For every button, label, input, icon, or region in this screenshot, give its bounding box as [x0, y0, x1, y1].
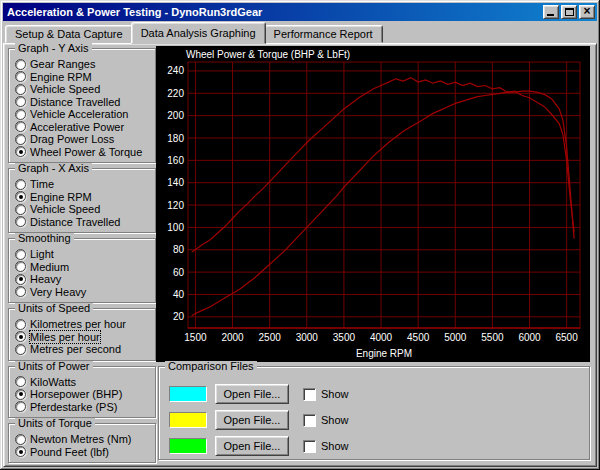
tab-strip: Setup & Data Capture Data Analysis Graph… — [3, 21, 597, 43]
chart-x-axis-label: Engine RPM — [188, 348, 580, 359]
radio-option-graph-y-axis-2[interactable]: Vehicle Speed — [15, 83, 153, 96]
radio-icon — [15, 204, 26, 215]
radio-icon — [15, 59, 26, 70]
radio-option-units-of-speed-2[interactable]: Metres per second — [15, 343, 153, 356]
radio-icon — [15, 261, 26, 272]
y-tick-label: 40 — [173, 289, 185, 300]
radio-icon — [15, 109, 26, 120]
radio-icon — [15, 121, 26, 132]
group-title-units-of-power: Units of Power — [15, 361, 93, 372]
radio-option-units-of-speed-0[interactable]: Kilometres per hour — [15, 318, 153, 331]
show-checkbox[interactable] — [303, 440, 316, 453]
radio-option-units-of-power-2[interactable]: Pferdestarke (PS) — [15, 401, 153, 414]
group-graph-y-axis: Graph - Y AxisGear RangesEngine RPMVehic… — [8, 48, 156, 163]
chart-plot: 1500200025003000350040004500500055006000… — [156, 46, 590, 362]
comparison-rows: Open File...ShowOpen File...ShowOpen Fil… — [165, 384, 587, 456]
radio-option-graph-x-axis-3[interactable]: Distance Travelled — [15, 216, 153, 229]
open-file-button[interactable]: Open File... — [215, 436, 289, 456]
radio-option-graph-y-axis-4[interactable]: Vehicle Acceleration — [15, 108, 153, 121]
x-tick-label: 3500 — [333, 332, 356, 343]
y-tick-label: 200 — [167, 110, 184, 121]
radio-icon — [15, 401, 26, 412]
open-file-button[interactable]: Open File... — [215, 410, 289, 430]
x-tick-label: 3000 — [296, 332, 319, 343]
radio-label: Light — [30, 248, 54, 260]
group-graph-x-axis: Graph - X AxisTimeEngine RPMVehicle Spee… — [8, 168, 156, 233]
open-file-button[interactable]: Open File... — [215, 384, 289, 404]
radio-label: Time — [30, 178, 54, 190]
tab-data-analysis-graphing[interactable]: Data Analysis Graphing — [131, 22, 266, 44]
x-tick-label: 1500 — [184, 332, 207, 343]
radio-icon — [15, 134, 26, 145]
x-tick-label: 6000 — [518, 332, 541, 343]
x-tick-label: 4000 — [370, 332, 393, 343]
radio-label: Gear Ranges — [30, 58, 95, 70]
tab-page: Graph - Y AxisGear RangesEngine RPMVehic… — [3, 43, 597, 467]
radio-icon — [15, 446, 26, 457]
x-tick-label: 6500 — [556, 332, 579, 343]
radio-option-graph-y-axis-1[interactable]: Engine RPM — [15, 71, 153, 84]
radio-option-units-of-power-1[interactable]: Horsepower (BHP) — [15, 388, 153, 401]
radio-option-smoothing-1[interactable]: Medium — [15, 261, 153, 274]
y-tick-label: 240 — [167, 65, 184, 76]
group-title-graph-y-axis: Graph - Y Axis — [15, 43, 92, 54]
left-column: Graph - Y AxisGear RangesEngine RPMVehic… — [8, 48, 156, 468]
radio-option-graph-x-axis-1[interactable]: Engine RPM — [15, 191, 153, 204]
x-tick-label: 2000 — [221, 332, 244, 343]
radio-option-smoothing-0[interactable]: Light — [15, 248, 153, 261]
radio-label: Very Heavy — [30, 286, 86, 298]
minimize-icon — [547, 14, 554, 16]
radio-option-units-of-torque-0[interactable]: Newton Metres (Nm) — [15, 433, 153, 446]
radio-label: Metres per second — [30, 343, 121, 355]
radio-icon — [15, 389, 26, 400]
radio-label: KiloWatts — [30, 376, 76, 388]
radio-label: Medium — [30, 261, 69, 273]
radio-label: Distance Travelled — [30, 96, 121, 108]
radio-option-units-of-speed-1[interactable]: Miles per hour — [15, 331, 153, 344]
maximize-icon — [565, 8, 574, 16]
radio-label: Drag Power Loss — [30, 133, 114, 145]
x-tick-label: 5500 — [481, 332, 504, 343]
radio-icon — [15, 434, 26, 445]
y-tick-label: 220 — [167, 88, 184, 99]
radio-label: Vehicle Speed — [30, 203, 100, 215]
title-bar[interactable]: Acceleration & Power Testing - DynoRun3r… — [3, 3, 597, 21]
comparison-row-2: Open File...Show — [169, 436, 587, 456]
tab-setup-data-capture[interactable]: Setup & Data Capture — [5, 25, 133, 43]
y-tick-label: 100 — [167, 222, 184, 233]
radio-label: Horsepower (BHP) — [30, 388, 122, 400]
plot-border — [188, 62, 580, 328]
tab-performance-report[interactable]: Performance Report — [264, 25, 383, 43]
radio-option-graph-y-axis-0[interactable]: Gear Ranges — [15, 58, 153, 71]
radio-icon — [15, 344, 26, 355]
radio-option-graph-x-axis-2[interactable]: Vehicle Speed — [15, 203, 153, 216]
comparison-row-1: Open File...Show — [169, 410, 587, 430]
y-tick-label: 120 — [167, 200, 184, 211]
comparison-files-group: Comparison Files Open File...ShowOpen Fi… — [158, 366, 590, 460]
maximize-button[interactable] — [561, 5, 577, 19]
radio-option-smoothing-2[interactable]: Heavy — [15, 273, 153, 286]
radio-icon — [15, 319, 26, 330]
radio-icon — [15, 96, 26, 107]
group-units-of-torque: Units of TorqueNewton Metres (Nm)Pound F… — [8, 423, 156, 463]
x-tick-label: 5000 — [444, 332, 467, 343]
radio-option-smoothing-3[interactable]: Very Heavy — [15, 286, 153, 299]
radio-option-graph-y-axis-3[interactable]: Distance Travelled — [15, 96, 153, 109]
minimize-button[interactable] — [543, 5, 559, 19]
radio-option-graph-y-axis-7[interactable]: Wheel Power & Torque — [15, 146, 153, 159]
radio-option-graph-y-axis-6[interactable]: Drag Power Loss — [15, 133, 153, 146]
radio-label: Vehicle Speed — [30, 83, 100, 95]
radio-option-units-of-torque-1[interactable]: Pound Feet (lbf) — [15, 446, 153, 459]
show-checkbox[interactable] — [303, 388, 316, 401]
show-checkbox[interactable] — [303, 414, 316, 427]
show-checkbox-label: Show — [321, 388, 349, 400]
radio-option-graph-y-axis-5[interactable]: Accelerative Power — [15, 121, 153, 134]
comparison-row-0: Open File...Show — [169, 384, 587, 404]
radio-icon — [15, 146, 26, 157]
radio-option-graph-x-axis-0[interactable]: Time — [15, 178, 153, 191]
radio-label: Engine RPM — [30, 191, 92, 203]
radio-option-units-of-power-0[interactable]: KiloWatts — [15, 376, 153, 389]
close-button[interactable]: × — [579, 5, 595, 19]
radio-icon — [15, 179, 26, 190]
radio-icon — [15, 376, 26, 387]
